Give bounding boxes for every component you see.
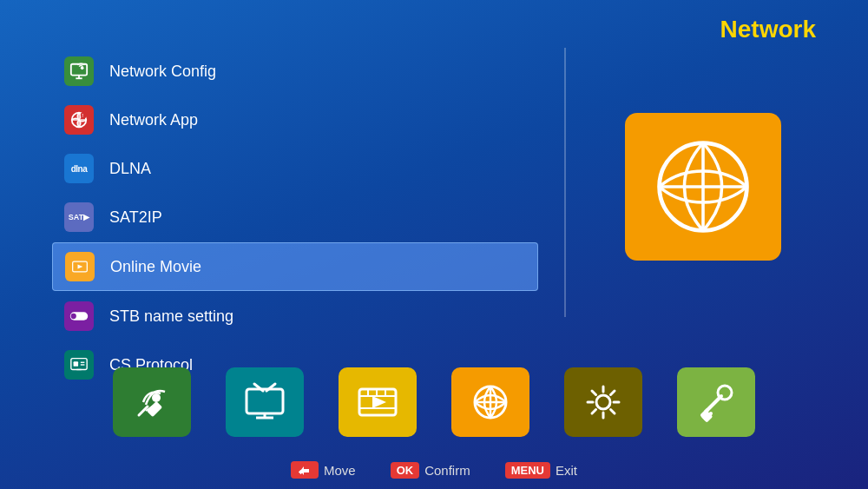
divider (564, 48, 566, 317)
nav-network[interactable] (451, 367, 529, 437)
svg-point-39 (596, 395, 610, 409)
ok-badge: OK (391, 462, 420, 479)
help-ok-label: Confirm (424, 463, 470, 478)
menu-item-sat2ip[interactable]: SAT▶ SAT2IP (52, 194, 538, 241)
online-movie-icon (65, 252, 95, 281)
help-move-label: Move (324, 463, 356, 478)
svg-point-41 (718, 386, 732, 400)
menu-item-stb-name[interactable]: STB name setting (52, 293, 538, 340)
menu-label-sat2ip: SAT2IP (109, 208, 162, 227)
stb-name-icon (64, 301, 94, 331)
menu-label-dlna: DLNA (109, 160, 151, 178)
nav-tools[interactable] (677, 367, 755, 437)
nav-video[interactable] (339, 367, 417, 437)
header: Network (720, 16, 816, 43)
nav-tv[interactable] (226, 367, 304, 437)
svg-rect-24 (247, 389, 283, 413)
menu-item-dlna[interactable]: dlna DLNA (52, 145, 538, 192)
menu-badge: MENU (505, 462, 550, 479)
menu-label-stb-name: STB name setting (109, 307, 233, 326)
svg-text:⬥: ⬥ (298, 466, 304, 476)
page-title: Network (720, 16, 816, 43)
menu-container: Network Config ! Network App dlna DLNA S (52, 48, 538, 390)
sat2ip-icon: SAT▶ (64, 202, 94, 232)
menu-item-network-app[interactable]: ! Network App (52, 96, 538, 143)
menu-label-online-movie: Online Movie (110, 258, 201, 276)
menu-item-network-config[interactable]: Network Config (52, 48, 538, 95)
network-app-icon: ! (64, 105, 94, 135)
svg-marker-10 (78, 265, 83, 269)
svg-rect-14 (74, 361, 79, 367)
network-config-icon (64, 56, 94, 86)
dlna-icon: dlna (64, 154, 94, 183)
svg-marker-30 (372, 396, 386, 408)
help-menu-label: Exit (556, 463, 577, 478)
nav-settings[interactable] (564, 367, 642, 437)
move-badge: ⬥ (291, 461, 319, 479)
svg-point-3 (81, 67, 84, 70)
svg-point-12 (71, 314, 76, 319)
help-move: ⬥ Move (291, 461, 356, 479)
help-menu: MENU Exit (505, 462, 577, 479)
bottom-nav (0, 367, 868, 437)
nav-satellite[interactable] (113, 367, 191, 437)
help-ok: OK Confirm (391, 462, 470, 479)
svg-text:!: ! (82, 113, 83, 118)
menu-item-online-movie[interactable]: Online Movie (52, 242, 538, 291)
big-network-icon (625, 113, 781, 261)
menu-label-network-app: Network App (109, 111, 198, 129)
menu-label-network-config: Network Config (109, 63, 216, 81)
svg-point-21 (152, 393, 161, 402)
help-bar: ⬥ Move OK Confirm MENU Exit (0, 461, 868, 479)
